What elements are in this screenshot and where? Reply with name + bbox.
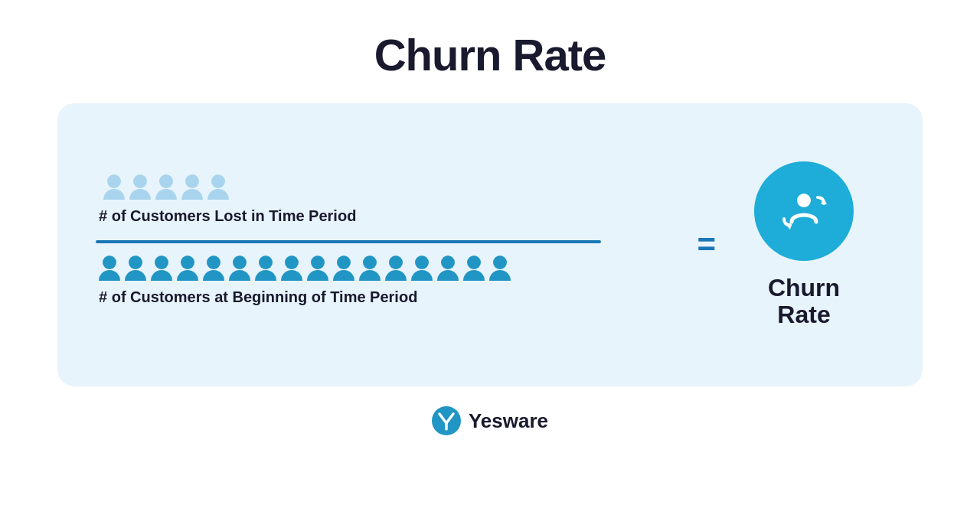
churn-rate-circle (754, 161, 854, 261)
begin-person-2 (125, 256, 146, 281)
lost-person-3 (155, 174, 177, 200)
begin-person-6 (229, 256, 250, 281)
lost-person-4 (181, 174, 203, 200)
begin-person-1 (99, 256, 120, 281)
svg-point-0 (797, 194, 811, 207)
formula-card: # of Customers Lost in Time Period (57, 103, 923, 386)
equals-side: = (674, 229, 731, 261)
begin-person-8 (281, 256, 302, 281)
denominator: # of Customers at Beginning of Time Peri… (96, 256, 674, 315)
begin-person-14 (437, 256, 459, 281)
lost-customers-icons (103, 174, 229, 200)
footer: Yesware (432, 406, 548, 435)
lost-person-5 (207, 174, 229, 200)
churn-icon (776, 184, 831, 239)
formula-side: # of Customers Lost in Time Period (96, 174, 674, 315)
svg-point-3 (432, 406, 461, 435)
numerator-label: # of Customers Lost in Time Period (99, 207, 356, 225)
begin-person-4 (177, 256, 198, 281)
numerator: # of Customers Lost in Time Period (96, 174, 674, 234)
begin-person-15 (463, 256, 485, 281)
result-side: ChurnRate (731, 161, 877, 328)
lost-person-1 (103, 174, 125, 200)
equals-symbol: = (697, 229, 716, 261)
denominator-label: # of Customers at Beginning of Time Peri… (99, 288, 417, 306)
beginning-customers-icons (99, 256, 511, 281)
yesware-logo: Yesware (432, 406, 548, 435)
begin-person-5 (203, 256, 224, 281)
begin-person-13 (411, 256, 433, 281)
begin-person-11 (359, 256, 381, 281)
begin-person-9 (307, 256, 328, 281)
page-title: Churn Rate (374, 29, 606, 80)
begin-person-3 (151, 256, 172, 281)
svg-marker-2 (786, 224, 792, 230)
churn-rate-label: ChurnRate (768, 275, 840, 328)
formula-divider (96, 240, 601, 243)
lost-person-2 (129, 174, 151, 200)
begin-person-7 (255, 256, 276, 281)
yesware-icon (432, 406, 461, 435)
begin-person-10 (333, 256, 354, 281)
yesware-wordmark: Yesware (469, 409, 548, 433)
begin-person-16 (489, 256, 511, 281)
begin-person-12 (385, 256, 407, 281)
